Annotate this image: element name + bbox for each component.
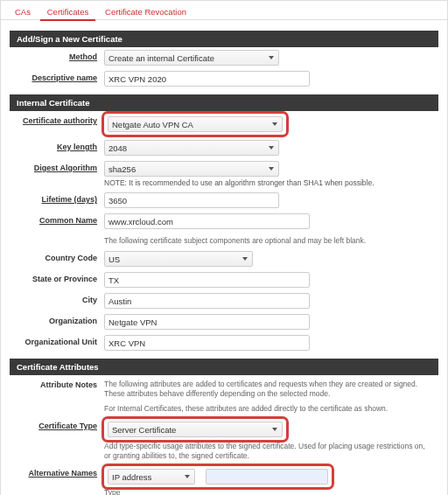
label-city: City bbox=[10, 293, 104, 304]
select-alt-name-type[interactable]: IP address bbox=[108, 469, 195, 485]
sublabel-alt-name-type: Type bbox=[104, 488, 430, 495]
input-organization[interactable] bbox=[104, 314, 310, 330]
label-organization: Organization bbox=[10, 314, 104, 325]
text-attribute-notes-1: The following attributes are added to ce… bbox=[104, 380, 430, 399]
input-city[interactable] bbox=[104, 293, 310, 309]
label-descriptive-name: Descriptive name bbox=[10, 71, 104, 82]
section-cert-attrs-title: Certificate Attributes bbox=[10, 359, 438, 375]
input-lifetime[interactable] bbox=[104, 192, 279, 208]
select-cert-type[interactable]: Server Certificate bbox=[108, 422, 283, 437]
select-digest[interactable]: sha256 bbox=[104, 161, 279, 177]
note-optional-components: The following certificate subject compon… bbox=[104, 236, 430, 246]
label-common-name: Common Name bbox=[10, 213, 104, 225]
input-common-name[interactable] bbox=[104, 213, 310, 229]
label-alt-names: Alternative Names bbox=[10, 466, 104, 478]
tab-certificates[interactable]: Certificates bbox=[40, 4, 96, 21]
text-attribute-notes-2: For Internal Certificates, these attribu… bbox=[104, 404, 430, 414]
section-add-sign-title: Add/Sign a New Certificate bbox=[10, 31, 438, 47]
label-keylength: Key length bbox=[10, 140, 104, 151]
label-ca: Certificate authority bbox=[10, 114, 104, 125]
help-cert-type: Add type-specific usage attributes to th… bbox=[104, 442, 430, 461]
label-cert-type: Certificate Type bbox=[10, 419, 104, 430]
input-alt-name-value[interactable] bbox=[206, 469, 328, 485]
tabs: CAs Certificates Certificate Revocation bbox=[1, 1, 447, 20]
input-state[interactable] bbox=[104, 272, 310, 288]
label-country: Country Code bbox=[10, 251, 104, 262]
select-country[interactable]: US bbox=[104, 251, 253, 267]
select-method[interactable]: Create an internal Certificate bbox=[104, 50, 279, 66]
label-method: Method bbox=[10, 50, 104, 61]
label-state: State or Province bbox=[10, 272, 104, 283]
tab-revocation[interactable]: Certificate Revocation bbox=[98, 4, 193, 19]
label-attribute-notes: Attribute Notes bbox=[10, 378, 104, 389]
label-ou: Organizational Unit bbox=[10, 335, 104, 346]
select-ca[interactable]: Netgate Auto VPN CA bbox=[108, 116, 283, 132]
input-descriptive-name[interactable] bbox=[104, 71, 310, 87]
tab-cas[interactable]: CAs bbox=[8, 4, 38, 19]
label-lifetime: Lifetime (days) bbox=[10, 192, 104, 204]
note-digest: NOTE: It is recommended to use an algori… bbox=[104, 178, 430, 187]
label-digest: Digest Algorithm bbox=[10, 161, 104, 172]
input-ou[interactable] bbox=[104, 335, 310, 351]
section-internal-cert-title: Internal Certificate bbox=[10, 94, 438, 111]
select-keylength[interactable]: 2048 bbox=[104, 140, 279, 156]
